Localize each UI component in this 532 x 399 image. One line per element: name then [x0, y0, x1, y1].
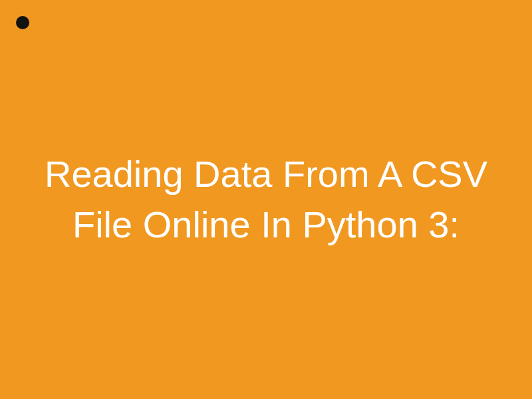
- bullet-dot: [16, 16, 29, 29]
- page-title: Reading Data From A CSV File Online In P…: [0, 149, 532, 249]
